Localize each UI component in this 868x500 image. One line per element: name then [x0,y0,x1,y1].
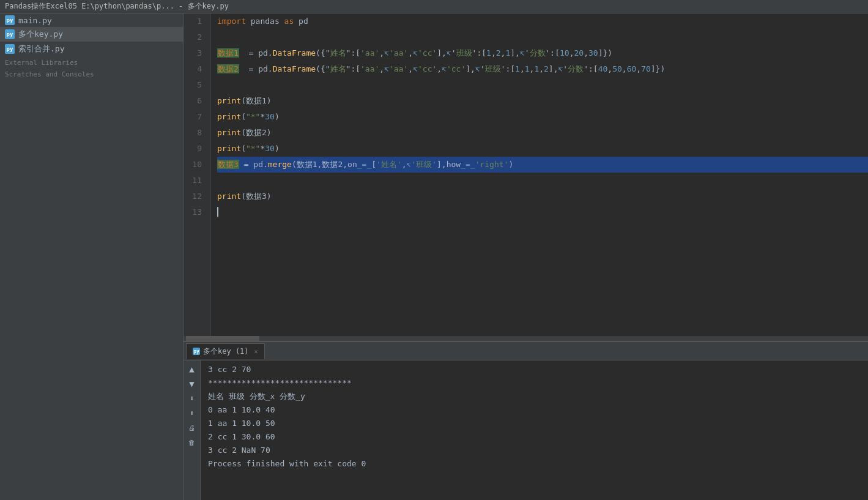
code-line-10: 数据3 = pd.merge(数据1,数据2,on_=_['姓名',↸'班级']… [217,157,868,173]
code-line-4: 数据2 = pd.DataFrame({"姓名":['aa',↸'aa',↸'c… [217,61,868,77]
code-line-2 [217,29,868,45]
output-table-header: 姓名 班级 分数_x 分数_y [208,390,861,403]
ln-7: 7 [184,109,206,125]
scrollbar-thumb[interactable] [186,336,259,341]
sidebar: py main.py py 多个key.py py 索引合并.py Extern… [0,13,184,500]
sidebar-item-label-suoyin: 索引合并.py [18,43,64,54]
py-icon: py [5,15,15,25]
sidebar-item-label-active: 多个key.py [18,29,63,40]
output-row-1: 1 aa 1 10.0 50 [208,417,861,430]
print-button[interactable]: 🖨 [186,422,198,434]
code-line-7: print("*"*30) [217,109,868,125]
output-line-prev: 3 cc 2 70 [208,363,861,376]
output-row-0: 0 aa 1 10.0 40 [208,403,861,417]
ln-6: 6 [184,93,206,109]
ln-1: 1 [184,13,206,29]
code-line-5 [217,77,868,93]
down-arrow-button[interactable]: ▼ [186,378,198,390]
panel-sidebar: ▲ ▼ ⬇ ⬆ 🖨 🗑 [184,360,201,500]
ln-13: 13 [184,204,206,220]
text-cursor [217,207,218,217]
title-text: Pandas操作Excel05 E:\python\pandas\p... - … [5,1,229,12]
panel-tabs: py 多个key (1) × [184,342,868,360]
ln-12: 12 [184,188,206,204]
panel-tab-duoge-key[interactable]: py 多个key (1) × [186,343,265,359]
console-output: 3 cc 2 70 ******************************… [201,360,868,500]
download-button[interactable]: ⬇ [186,392,198,405]
horizontal-scrollbar[interactable] [184,336,868,341]
up-arrow-button[interactable]: ▲ [186,363,198,375]
bottom-panel: py 多个key (1) × ▲ ▼ ⬇ ⬆ 🖨 🗑 3 [184,341,868,500]
sidebar-item-main-py[interactable]: py main.py [0,13,183,27]
main-layout: py main.py py 多个key.py py 索引合并.py Extern… [0,13,868,500]
external-libraries-label: External Libraries [0,56,183,68]
editor-area: 1 2 3 4 5 6 7 8 9 10 11 12 13 i [184,13,868,341]
ln-10: 10 [184,157,206,173]
sidebar-item-duoge-key-py[interactable]: py 多个key.py [0,27,183,42]
output-row-3: 3 cc 2 NaN 70 [208,444,861,457]
delete-button[interactable]: 🗑 [186,436,198,449]
py-icon-suoyin: py [5,44,15,54]
sidebar-item-label: main.py [18,16,52,25]
code-line-9: print("*"*30) [217,141,868,157]
code-line-6: print(数据1) [217,93,868,109]
code-line-3: 数据1 = pd.DataFrame({"姓名":['aa',↸'aa',↸'c… [217,45,868,61]
panel-tab-label: 多个key (1) [203,346,249,357]
code-body[interactable]: import pandas as pd 数据1 = pd.DataFrame({… [211,13,868,336]
ln-4: 4 [184,61,206,77]
line-numbers: 1 2 3 4 5 6 7 8 9 10 11 12 13 [184,13,211,336]
editor-column: 1 2 3 4 5 6 7 8 9 10 11 12 13 i [184,13,868,500]
code-line-11 [217,173,868,188]
editor-content[interactable]: 1 2 3 4 5 6 7 8 9 10 11 12 13 i [184,13,868,336]
upload-button[interactable]: ⬆ [186,407,198,419]
ln-3: 3 [184,45,206,61]
tab-py-icon: py [193,348,200,355]
code-line-13 [217,204,868,220]
sidebar-item-suoyin-py[interactable]: py 索引合并.py [0,42,183,56]
output-row-2: 2 cc 1 30.0 60 [208,430,861,444]
title-bar: Pandas操作Excel05 E:\python\pandas\p... - … [0,0,868,13]
scratches-consoles-label: Scratches and Consoles [0,68,183,80]
code-line-12: print(数据3) [217,188,868,204]
ln-2: 2 [184,29,206,45]
ln-8: 8 [184,125,206,141]
tab-close-button[interactable]: × [254,348,258,355]
ln-5: 5 [184,77,206,93]
ln-9: 9 [184,141,206,157]
output-footer: Process finished with exit code 0 [208,457,861,471]
panel-content-wrapper: ▲ ▼ ⬇ ⬆ 🖨 🗑 3 cc 2 70 ******************… [184,360,868,500]
ln-11: 11 [184,173,206,188]
output-stars: ****************************** [208,376,861,390]
code-line-1: import pandas as pd [217,13,868,29]
code-line-8: print(数据2) [217,125,868,141]
py-icon-active: py [5,29,15,39]
